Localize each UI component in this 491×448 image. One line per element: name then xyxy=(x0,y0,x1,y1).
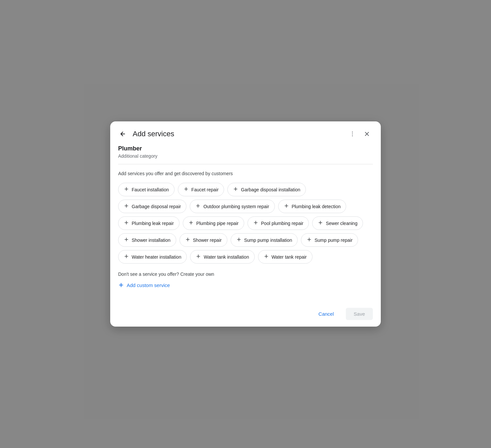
service-chip-label: Garbage disposal repair xyxy=(132,204,181,209)
service-chip[interactable]: Sump pump installation xyxy=(231,233,298,247)
service-chip[interactable]: Plumbing leak detection xyxy=(278,200,346,213)
service-chip-label: Pool plumbing repair xyxy=(261,221,303,226)
services-grid: Faucet installationFaucet repairGarbage … xyxy=(118,183,373,264)
service-chip-label: Sump pump installation xyxy=(244,238,292,243)
plus-icon xyxy=(124,186,129,193)
category-section: Plumber Additional category xyxy=(118,145,373,164)
custom-description: Don't see a service you offer? Create yo… xyxy=(118,272,373,277)
service-chip[interactable]: Pool plumbing repair xyxy=(247,216,309,230)
save-button[interactable]: Save xyxy=(346,308,373,320)
dialog-body: Plumber Additional category Add services… xyxy=(110,145,381,303)
plus-icon xyxy=(284,203,289,209)
plus-icon xyxy=(195,203,201,209)
plus-icon xyxy=(124,254,129,260)
service-chip[interactable]: Water tank repair xyxy=(258,250,312,264)
service-chip[interactable]: Water tank installation xyxy=(190,250,254,264)
service-chip[interactable]: Sump pump repair xyxy=(301,233,358,247)
plus-icon xyxy=(264,254,269,260)
add-services-dialog: Add services Plumber Additional c xyxy=(110,121,381,327)
service-chip-label: Sump pump repair xyxy=(314,238,352,243)
service-chip[interactable]: Garbage disposal installation xyxy=(227,183,306,196)
service-chip-label: Shower installation xyxy=(132,238,171,243)
service-chip[interactable]: Sewer cleaning xyxy=(312,216,363,230)
svg-point-2 xyxy=(352,136,353,137)
plus-icon xyxy=(188,220,194,226)
plus-icon xyxy=(236,237,242,243)
more-options-button[interactable] xyxy=(346,128,358,140)
service-chip-label: Outdoor plumbing system repair xyxy=(203,204,269,209)
services-description: Add services you offer and get discovere… xyxy=(118,171,373,176)
dialog-footer: Cancel Save xyxy=(110,303,381,327)
category-title: Plumber xyxy=(118,145,373,152)
custom-service-section: Don't see a service you offer? Create yo… xyxy=(118,272,373,289)
plus-icon xyxy=(233,186,238,193)
service-chip[interactable]: Plumbing pipe repair xyxy=(183,216,244,230)
service-chip-label: Garbage disposal installation xyxy=(241,187,300,192)
service-chip[interactable]: Outdoor plumbing system repair xyxy=(190,200,275,213)
cancel-button[interactable]: Cancel xyxy=(311,308,342,320)
add-custom-service-button[interactable]: Add custom service xyxy=(118,281,170,289)
back-button[interactable] xyxy=(117,128,129,140)
plus-icon xyxy=(183,186,189,193)
dialog-title: Add services xyxy=(133,130,343,138)
plus-icon xyxy=(196,254,201,260)
service-chip[interactable]: Faucet installation xyxy=(118,183,175,196)
service-chip-label: Plumbing leak repair xyxy=(132,221,174,226)
service-chip-label: Faucet repair xyxy=(191,187,218,192)
service-chip[interactable]: Shower repair xyxy=(180,233,227,247)
service-chip[interactable]: Shower installation xyxy=(118,233,176,247)
service-chip-label: Plumbing pipe repair xyxy=(196,221,239,226)
plus-icon xyxy=(124,237,129,243)
service-chip-label: Plumbing leak detection xyxy=(292,204,341,209)
service-chip[interactable]: Water heater installation xyxy=(118,250,187,264)
dialog-overlay: Add services Plumber Additional c xyxy=(0,0,491,448)
plus-icon xyxy=(124,203,129,209)
service-chip-label: Faucet installation xyxy=(132,187,169,192)
category-subtitle: Additional category xyxy=(118,153,373,159)
service-chip-label: Shower repair xyxy=(193,238,222,243)
plus-icon xyxy=(318,220,323,226)
service-chip-label: Water tank repair xyxy=(272,254,307,260)
service-chip-label: Water heater installation xyxy=(132,254,181,260)
header-actions xyxy=(346,128,373,140)
service-chip-label: Sewer cleaning xyxy=(326,221,357,226)
svg-point-1 xyxy=(352,134,353,135)
service-chip[interactable]: Faucet repair xyxy=(178,183,224,196)
dialog-header: Add services xyxy=(110,121,381,145)
plus-icon xyxy=(307,237,312,243)
plus-icon xyxy=(124,220,129,226)
close-button[interactable] xyxy=(361,128,373,140)
plus-icon xyxy=(253,220,258,226)
svg-point-0 xyxy=(352,132,353,133)
service-chip[interactable]: Plumbing leak repair xyxy=(118,216,180,230)
plus-icon xyxy=(185,237,190,243)
add-custom-label: Add custom service xyxy=(127,282,170,288)
service-chip[interactable]: Garbage disposal repair xyxy=(118,200,186,213)
service-chip-label: Water tank installation xyxy=(204,254,249,260)
